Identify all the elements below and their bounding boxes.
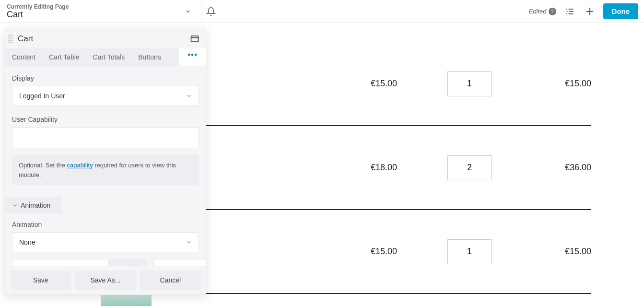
- subtotal: €15.00: [558, 247, 591, 257]
- svg-rect-8: [191, 36, 199, 42]
- animation-delay: seconds: [12, 259, 147, 266]
- animation-section-toggle[interactable]: Animation: [5, 197, 62, 214]
- unit-price: €18.00: [371, 163, 447, 173]
- page-switcher[interactable]: Currently Editing Page Cart: [0, 0, 201, 23]
- help-icon[interactable]: ?: [549, 8, 556, 15]
- display-select[interactable]: Logged In User: [12, 86, 199, 106]
- plus-icon: [585, 6, 595, 17]
- window-icon[interactable]: [190, 35, 199, 43]
- tab-bar: Content Cart Table Cart Totals Buttons: [5, 48, 206, 66]
- outline-icon: [565, 7, 574, 16]
- page-title: Cart: [7, 10, 182, 20]
- svg-point-11: [191, 54, 193, 56]
- bell-icon: [206, 7, 216, 16]
- topbar: Currently Editing Page Cart Edited ? Don…: [0, 0, 644, 23]
- display-label: Display: [12, 74, 199, 82]
- outline-button[interactable]: [563, 5, 576, 18]
- animation-duration: seconds: [153, 259, 206, 266]
- chevron-down-icon: [186, 239, 192, 245]
- chevron-down-icon[interactable]: [182, 5, 194, 18]
- quantity-stepper[interactable]: [447, 155, 492, 180]
- tab-advanced[interactable]: [179, 48, 206, 66]
- svg-point-10: [188, 54, 190, 56]
- unit-price: €15.00: [371, 79, 447, 89]
- animation-select[interactable]: None: [12, 232, 199, 252]
- quantity-stepper[interactable]: [447, 71, 492, 96]
- module-settings-panel: Cart Content Cart Table Cart Totals Butt…: [5, 29, 206, 295]
- svg-point-12: [195, 54, 197, 56]
- capability-link[interactable]: capability: [67, 162, 93, 169]
- delay-unit: seconds: [108, 259, 147, 266]
- panel-body: Display Logged In User User Capability O…: [5, 66, 206, 266]
- cancel-button[interactable]: Cancel: [140, 271, 201, 290]
- edited-indicator: Edited ?: [529, 8, 556, 15]
- panel-title: Cart: [18, 34, 33, 44]
- tab-buttons[interactable]: Buttons: [131, 48, 167, 66]
- tab-cart-totals[interactable]: Cart Totals: [86, 48, 132, 66]
- animation-label: Animation: [12, 221, 199, 228]
- subtotal: €36.00: [558, 163, 591, 173]
- notifications-button[interactable]: [201, 7, 221, 16]
- tab-cart-table[interactable]: Cart Table: [42, 48, 86, 66]
- quantity-stepper[interactable]: [447, 239, 492, 264]
- done-button[interactable]: Done: [603, 3, 639, 19]
- more-icon: [187, 53, 197, 56]
- duration-input[interactable]: [153, 259, 206, 266]
- save-as-button[interactable]: Save As...: [75, 271, 136, 290]
- panel-footer: Save Save As... Cancel: [5, 266, 206, 294]
- unit-price: €15.00: [371, 247, 447, 257]
- chevron-down-icon: [186, 93, 192, 99]
- tab-content[interactable]: Content: [5, 48, 42, 66]
- chevron-down-icon: [12, 202, 18, 208]
- capability-help: Optional. Set the capability required fo…: [12, 155, 199, 185]
- capability-input[interactable]: [12, 127, 199, 148]
- panel-header[interactable]: Cart: [5, 29, 206, 48]
- drag-handle-icon[interactable]: [8, 35, 13, 43]
- subtotal: €15.00: [558, 79, 591, 89]
- page-label: Currently Editing Page: [7, 3, 182, 10]
- save-button[interactable]: Save: [10, 271, 71, 290]
- capability-label: User Capability: [12, 116, 199, 123]
- delay-input[interactable]: [12, 259, 108, 266]
- add-button[interactable]: [583, 5, 597, 18]
